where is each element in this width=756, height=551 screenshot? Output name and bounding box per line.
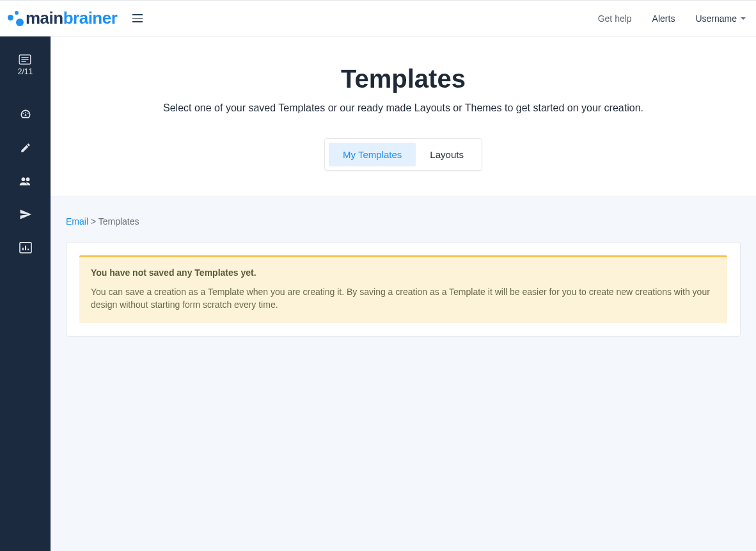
alert-title: You have not saved any Templates yet. bbox=[91, 268, 716, 278]
edit-icon[interactable] bbox=[19, 141, 32, 154]
get-help-link[interactable]: Get help bbox=[598, 13, 632, 24]
menu-toggle-icon[interactable] bbox=[130, 12, 145, 25]
list-card-icon bbox=[19, 54, 31, 65]
alerts-link[interactable]: Alerts bbox=[652, 13, 675, 24]
page-subtitle: Select one of your saved Templates or ou… bbox=[63, 102, 743, 114]
sidebar: 2/11 bbox=[0, 36, 51, 551]
breadcrumb: Email > Templates bbox=[66, 216, 741, 227]
tabs-container: My Templates Layouts bbox=[324, 138, 482, 171]
top-bar: mainbrainer Get help Alerts Username bbox=[0, 0, 756, 36]
dashboard-icon[interactable] bbox=[19, 108, 32, 121]
username-label: Username bbox=[695, 13, 737, 24]
empty-state-alert: You have not saved any Templates yet. Yo… bbox=[79, 255, 727, 323]
step-counter-label: 2/11 bbox=[18, 67, 33, 76]
breadcrumb-link-email[interactable]: Email bbox=[66, 216, 88, 227]
logo-dots-icon bbox=[6, 10, 24, 28]
tab-layouts[interactable]: Layouts bbox=[416, 143, 478, 166]
main-content: Templates Select one of your saved Templ… bbox=[51, 36, 756, 551]
top-nav: Get help Alerts Username bbox=[598, 13, 746, 24]
hero-section: Templates Select one of your saved Templ… bbox=[51, 36, 756, 197]
chart-icon[interactable] bbox=[19, 241, 32, 254]
logo[interactable]: mainbrainer bbox=[6, 8, 117, 28]
content-area: Email > Templates You have not saved any… bbox=[51, 197, 756, 551]
breadcrumb-current: Templates bbox=[98, 216, 139, 227]
svg-point-5 bbox=[26, 177, 29, 181]
username-dropdown[interactable]: Username bbox=[695, 13, 746, 24]
tab-my-templates[interactable]: My Templates bbox=[329, 143, 416, 166]
svg-point-4 bbox=[21, 177, 25, 181]
logo-wrapper: mainbrainer bbox=[6, 8, 145, 28]
logo-text: mainbrainer bbox=[26, 8, 117, 28]
alert-body: You can save a creation as a Template wh… bbox=[91, 285, 716, 312]
users-icon[interactable] bbox=[19, 175, 32, 188]
breadcrumb-separator: > bbox=[88, 216, 98, 227]
chevron-down-icon bbox=[741, 17, 746, 20]
step-counter: 2/11 bbox=[18, 54, 33, 76]
send-icon[interactable] bbox=[19, 208, 32, 221]
page-title: Templates bbox=[63, 65, 743, 93]
templates-card: You have not saved any Templates yet. Yo… bbox=[66, 242, 741, 337]
